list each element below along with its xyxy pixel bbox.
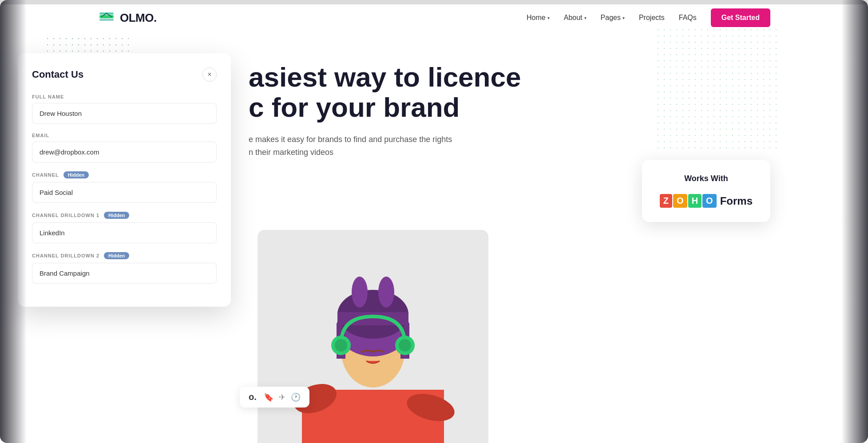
- clock-icon: 🕐: [291, 392, 301, 402]
- get-started-button[interactable]: Get Started: [711, 8, 770, 27]
- channel-group: CHANNEL Hidden: [32, 171, 217, 203]
- home-chevron-icon: ▾: [547, 16, 550, 20]
- full-name-group: FULL NAME: [32, 94, 217, 124]
- full-name-input[interactable]: [32, 103, 217, 124]
- small-card: o. 🔖 ✈ 🕐: [240, 387, 309, 407]
- svg-point-15: [352, 277, 368, 308]
- svg-point-16: [378, 277, 394, 308]
- channel-drilldown2-input[interactable]: [32, 263, 217, 284]
- zoho-o2: O: [702, 194, 717, 208]
- person-illustration: [258, 230, 488, 443]
- channel-hidden-badge: Hidden: [63, 171, 89, 178]
- device-frame-top: [0, 0, 868, 4]
- svg-point-20: [399, 339, 411, 352]
- logo[interactable]: OLMO.: [98, 9, 157, 27]
- works-with-title: Works With: [660, 174, 753, 183]
- zoho-z: Z: [660, 194, 672, 208]
- send-icon: ✈: [279, 392, 285, 402]
- full-name-label: FULL NAME: [32, 94, 217, 99]
- nav-projects[interactable]: Projects: [639, 14, 665, 22]
- device-frame-left: [0, 0, 27, 443]
- hero-subtitle: e makes it easy for brands to find and p…: [249, 133, 515, 159]
- nav-links: Home ▾ About ▾ Pages ▾ Projects FAQs Get…: [527, 8, 770, 27]
- works-with-card: Works With Z O H O Forms: [642, 160, 770, 222]
- channel-label: CHANNEL Hidden: [32, 171, 217, 178]
- email-group: EMAIL: [32, 133, 217, 162]
- contact-modal: Contact Us × FULL NAME EMAIL CHANNEL Hid…: [18, 53, 231, 307]
- modal-title: Contact Us: [32, 69, 83, 80]
- about-chevron-icon: ▾: [584, 16, 587, 20]
- channel-drilldown2-hidden-badge: Hidden: [104, 252, 129, 259]
- channel-drilldown2-label: CHANNEL DRILLDOWN 2 Hidden: [32, 252, 217, 259]
- logo-text: OLMO.: [120, 11, 157, 25]
- channel-drilldown1-hidden-badge: Hidden: [104, 212, 129, 219]
- hero-image: [258, 230, 488, 443]
- bookmark-icon: 🔖: [264, 392, 273, 402]
- channel-drilldown2-group: CHANNEL DRILLDOWN 2 Hidden: [32, 252, 217, 284]
- svg-point-18: [335, 339, 347, 352]
- channel-drilldown1-group: CHANNEL DRILLDOWN 1 Hidden: [32, 212, 217, 243]
- zoho-h: H: [688, 194, 702, 208]
- email-input[interactable]: [32, 142, 217, 162]
- zoho-o: O: [673, 194, 687, 208]
- pages-chevron-icon: ▾: [622, 16, 625, 20]
- zoho-letters: Z O H O: [660, 194, 717, 208]
- device-frame-right: [841, 0, 868, 443]
- channel-input[interactable]: [32, 182, 217, 203]
- channel-drilldown1-input[interactable]: [32, 222, 217, 243]
- contact-modal-overlay: Contact Us × FULL NAME EMAIL CHANNEL Hid…: [18, 53, 231, 307]
- close-button[interactable]: ×: [202, 67, 217, 82]
- nav-home[interactable]: Home ▾: [527, 14, 550, 22]
- card-icons: 🔖 ✈ 🕐: [264, 392, 301, 402]
- logo-icon: [98, 9, 115, 27]
- email-label: EMAIL: [32, 133, 217, 138]
- svg-rect-2: [99, 19, 114, 21]
- modal-header: Contact Us ×: [32, 67, 217, 82]
- nav-about[interactable]: About ▾: [564, 14, 587, 22]
- nav-pages[interactable]: Pages ▾: [601, 14, 625, 22]
- dot-pattern-right: [655, 27, 779, 151]
- zoho-forms-text: Forms: [720, 195, 753, 207]
- card-logo: o.: [249, 392, 257, 402]
- zoho-logo: Z O H O Forms: [660, 194, 753, 208]
- channel-drilldown1-label: CHANNEL DRILLDOWN 1 Hidden: [32, 212, 217, 219]
- nav-faqs[interactable]: FAQs: [679, 14, 697, 22]
